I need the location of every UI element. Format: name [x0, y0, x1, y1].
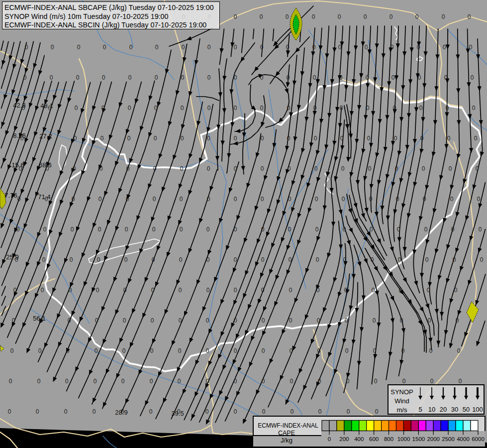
- svg-text:0: 0: [317, 347, 321, 354]
- svg-text:0: 0: [262, 347, 265, 354]
- svg-text:0: 0: [289, 256, 292, 263]
- svg-text:0: 0: [342, 196, 345, 203]
- svg-text:0: 0: [234, 317, 237, 324]
- svg-text:0: 0: [179, 256, 183, 263]
- svg-text:0: 0: [371, 256, 374, 263]
- svg-text:68.6: 68.6: [39, 161, 51, 169]
- svg-text:0: 0: [262, 317, 265, 324]
- svg-text:1000: 1000: [397, 436, 410, 442]
- svg-text:0: 0: [234, 287, 237, 294]
- svg-text:2500: 2500: [442, 436, 455, 442]
- svg-text:0: 0: [43, 226, 47, 233]
- svg-text:0: 0: [125, 226, 128, 233]
- svg-text:0: 0: [260, 13, 263, 20]
- svg-text:0: 0: [372, 287, 375, 294]
- svg-text:400: 400: [354, 436, 364, 442]
- svg-text:0: 0: [427, 287, 430, 294]
- svg-text:0: 0: [366, 105, 370, 112]
- svg-text:0: 0: [456, 317, 459, 324]
- svg-text:48.1: 48.1: [40, 102, 53, 110]
- svg-text:0: 0: [341, 165, 345, 172]
- svg-text:0: 0: [328, 436, 331, 442]
- svg-text:0: 0: [442, 13, 445, 20]
- svg-text:0: 0: [129, 44, 133, 51]
- svg-text:0: 0: [399, 287, 402, 294]
- svg-text:10: 10: [428, 406, 435, 413]
- svg-text:0: 0: [121, 378, 125, 385]
- svg-text:0: 0: [68, 317, 71, 324]
- svg-text:0: 0: [450, 196, 454, 203]
- svg-text:0: 0: [449, 165, 452, 172]
- svg-text:5: 5: [418, 406, 422, 413]
- svg-text:0: 0: [291, 408, 294, 415]
- svg-text:0: 0: [234, 347, 237, 354]
- svg-text:0: 0: [41, 287, 44, 294]
- svg-text:0: 0: [96, 287, 99, 294]
- svg-text:0: 0: [479, 226, 482, 233]
- svg-text:0: 0: [397, 226, 400, 233]
- svg-text:0: 0: [42, 256, 46, 263]
- svg-text:0: 0: [347, 408, 350, 415]
- svg-text:0: 0: [417, 44, 420, 51]
- svg-text:0: 0: [207, 135, 210, 142]
- svg-text:0: 0: [261, 256, 265, 263]
- svg-text:0: 0: [288, 196, 292, 203]
- svg-text:0: 0: [477, 196, 481, 203]
- svg-text:0: 0: [12, 317, 15, 324]
- svg-text:0: 0: [261, 226, 265, 233]
- svg-text:SYNOP: SYNOP: [390, 388, 413, 396]
- svg-text:0: 0: [290, 378, 293, 385]
- svg-text:0: 0: [288, 165, 291, 172]
- svg-text:0: 0: [207, 105, 211, 112]
- svg-text:20: 20: [440, 406, 447, 413]
- svg-text:2000: 2000: [427, 436, 440, 442]
- svg-text:0: 0: [123, 287, 127, 294]
- svg-text:0: 0: [128, 74, 132, 81]
- svg-text:50: 50: [463, 406, 470, 413]
- svg-text:0: 0: [317, 317, 320, 324]
- svg-text:0: 0: [93, 408, 96, 415]
- svg-text:0: 0: [122, 347, 126, 354]
- svg-text:28.9: 28.9: [115, 409, 127, 416]
- svg-text:0: 0: [290, 347, 293, 354]
- svg-text:0: 0: [260, 74, 264, 81]
- svg-text:0: 0: [36, 408, 39, 415]
- svg-text:0: 0: [373, 317, 376, 324]
- svg-text:ECMWF-INDEX-ANAL SBCAPE (J/kg): ECMWF-INDEX-ANAL SBCAPE (J/kg) Tuesday 0…: [4, 3, 214, 11]
- svg-text:0: 0: [338, 13, 341, 20]
- svg-text:0: 0: [25, 44, 28, 51]
- svg-text:0: 0: [205, 408, 209, 415]
- svg-text:0: 0: [181, 105, 184, 112]
- svg-text:0: 0: [128, 105, 131, 112]
- svg-text:42.3: 42.3: [13, 102, 25, 109]
- svg-text:0: 0: [178, 347, 182, 354]
- svg-text:0: 0: [73, 165, 76, 172]
- svg-text:0: 0: [420, 135, 424, 142]
- svg-text:0: 0: [65, 378, 69, 385]
- svg-text:0: 0: [207, 196, 210, 203]
- svg-text:ECMWF-INDEX-ANAL SBCIN (J/kg): ECMWF-INDEX-ANAL SBCIN (J/kg) Tuesday 07…: [4, 21, 206, 29]
- svg-text:0: 0: [315, 226, 319, 233]
- svg-text:0: 0: [415, 13, 419, 20]
- svg-text:0: 0: [234, 408, 237, 415]
- svg-text:800: 800: [384, 436, 393, 442]
- svg-text:0: 0: [97, 256, 100, 263]
- svg-text:7.76: 7.76: [4, 192, 17, 199]
- svg-text:30: 30: [451, 406, 458, 413]
- svg-text:0: 0: [77, 44, 81, 51]
- svg-text:0: 0: [151, 287, 155, 294]
- svg-text:0: 0: [181, 74, 185, 81]
- svg-text:ECMWF-INDEX-ANAL: ECMWF-INDEX-ANAL: [258, 422, 318, 429]
- svg-text:0: 0: [23, 74, 27, 81]
- svg-text:0: 0: [476, 165, 479, 172]
- svg-text:0: 0: [100, 135, 104, 142]
- svg-text:0: 0: [343, 256, 347, 263]
- svg-text:0: 0: [287, 105, 291, 112]
- svg-text:0: 0: [390, 44, 394, 51]
- svg-text:0: 0: [446, 105, 449, 112]
- svg-text:0: 0: [365, 44, 368, 51]
- svg-text:0: 0: [262, 378, 265, 385]
- svg-text:0: 0: [396, 196, 399, 203]
- svg-text:0: 0: [314, 135, 317, 142]
- svg-text:0: 0: [16, 226, 20, 233]
